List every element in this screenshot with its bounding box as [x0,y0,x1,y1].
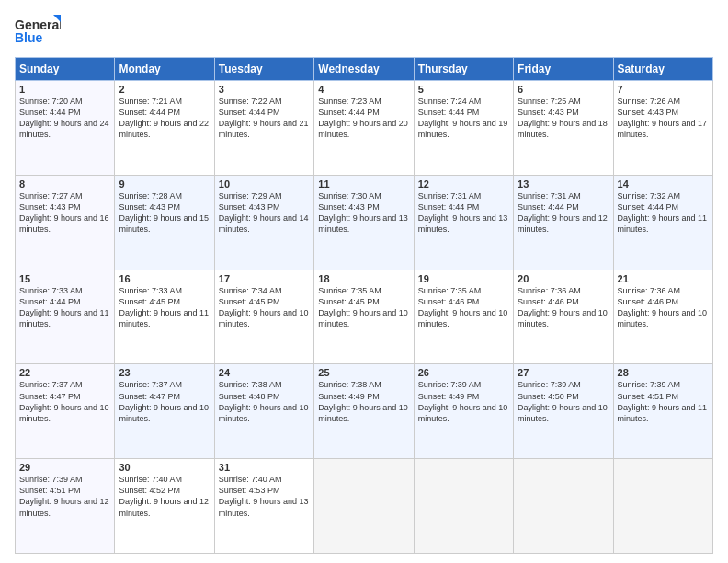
week-row-5: 29 Sunrise: 7:39 AMSunset: 4:51 PMDaylig… [16,459,713,554]
calendar-cell: 8 Sunrise: 7:27 AMSunset: 4:43 PMDayligh… [16,175,115,270]
calendar-cell: 28 Sunrise: 7:39 AMSunset: 4:51 PMDaylig… [613,364,712,459]
cell-day-number: 4 [318,84,409,95]
cell-day-number: 5 [418,84,509,95]
logo: General Blue [15,15,61,48]
calendar-cell: 22 Sunrise: 7:37 AMSunset: 4:47 PMDaylig… [16,364,115,459]
cell-day-number: 17 [219,273,310,284]
cell-info: Sunrise: 7:40 AMSunset: 4:53 PMDaylight:… [219,474,310,519]
cell-info: Sunrise: 7:27 AMSunset: 4:43 PMDaylight:… [19,190,110,236]
calendar-cell: 31 Sunrise: 7:40 AMSunset: 4:53 PMDaylig… [214,459,313,554]
cell-info: Sunrise: 7:38 AMSunset: 4:49 PMDaylight:… [318,379,409,424]
week-row-3: 15 Sunrise: 7:33 AMSunset: 4:44 PMDaylig… [16,270,713,364]
column-header-sunday: Sunday [16,58,115,81]
cell-info: Sunrise: 7:39 AMSunset: 4:51 PMDaylight:… [19,474,110,519]
column-header-wednesday: Wednesday [314,58,414,81]
calendar-cell: 11 Sunrise: 7:30 AMSunset: 4:43 PMDaylig… [314,175,414,270]
calendar-cell: 18 Sunrise: 7:35 AMSunset: 4:45 PMDaylig… [314,270,414,364]
week-row-4: 22 Sunrise: 7:37 AMSunset: 4:47 PMDaylig… [16,364,713,459]
cell-day-number: 2 [119,84,210,95]
cell-day-number: 1 [19,84,110,95]
calendar-cell: 15 Sunrise: 7:33 AMSunset: 4:44 PMDaylig… [16,270,115,364]
cell-day-number: 20 [518,273,609,284]
cell-info: Sunrise: 7:30 AMSunset: 4:43 PMDaylight:… [318,190,409,236]
calendar-cell: 1 Sunrise: 7:20 AMSunset: 4:44 PMDayligh… [16,81,115,176]
cell-day-number: 24 [219,367,310,378]
cell-day-number: 30 [119,462,210,473]
calendar: SundayMondayTuesdayWednesdayThursdayFrid… [15,57,713,554]
cell-info: Sunrise: 7:36 AMSunset: 4:46 PMDaylight:… [518,285,609,330]
cell-day-number: 29 [19,462,110,473]
column-header-monday: Monday [115,58,214,81]
cell-day-number: 23 [119,367,210,378]
cell-day-number: 14 [618,178,709,190]
page: General Blue SundayMondayTuesdayWednesda… [0,0,728,563]
cell-info: Sunrise: 7:31 AMSunset: 4:44 PMDaylight:… [518,190,609,236]
calendar-cell: 10 Sunrise: 7:29 AMSunset: 4:43 PMDaylig… [214,175,313,270]
cell-info: Sunrise: 7:37 AMSunset: 4:47 PMDaylight:… [19,379,110,424]
cell-day-number: 13 [518,178,609,190]
calendar-cell: 29 Sunrise: 7:39 AMSunset: 4:51 PMDaylig… [16,459,115,554]
cell-day-number: 18 [318,273,409,284]
cell-info: Sunrise: 7:26 AMSunset: 4:43 PMDaylight:… [618,96,709,141]
calendar-cell: 26 Sunrise: 7:39 AMSunset: 4:49 PMDaylig… [414,364,513,459]
calendar-cell: 5 Sunrise: 7:24 AMSunset: 4:44 PMDayligh… [414,81,513,176]
cell-day-number: 25 [318,367,409,378]
calendar-cell: 2 Sunrise: 7:21 AMSunset: 4:44 PMDayligh… [115,81,214,176]
cell-info: Sunrise: 7:39 AMSunset: 4:50 PMDaylight:… [518,379,609,424]
cell-day-number: 26 [418,367,509,378]
cell-info: Sunrise: 7:37 AMSunset: 4:47 PMDaylight:… [119,379,210,424]
cell-info: Sunrise: 7:34 AMSunset: 4:45 PMDaylight:… [219,285,310,330]
calendar-body: 1 Sunrise: 7:20 AMSunset: 4:44 PMDayligh… [16,81,713,554]
calendar-cell: 13 Sunrise: 7:31 AMSunset: 4:44 PMDaylig… [514,175,613,270]
cell-day-number: 11 [318,178,409,190]
cell-info: Sunrise: 7:38 AMSunset: 4:48 PMDaylight:… [219,379,310,424]
cell-info: Sunrise: 7:20 AMSunset: 4:44 PMDaylight:… [19,96,110,141]
week-row-1: 1 Sunrise: 7:20 AMSunset: 4:44 PMDayligh… [16,81,713,176]
cell-info: Sunrise: 7:29 AMSunset: 4:43 PMDaylight:… [219,190,310,236]
cell-info: Sunrise: 7:22 AMSunset: 4:44 PMDaylight:… [219,96,310,141]
cell-day-number: 7 [618,84,709,95]
column-header-tuesday: Tuesday [214,58,313,81]
cell-day-number: 6 [518,84,609,95]
column-headers-row: SundayMondayTuesdayWednesdayThursdayFrid… [16,58,713,81]
column-header-thursday: Thursday [414,58,513,81]
logo-svg: General Blue [15,15,61,48]
cell-info: Sunrise: 7:28 AMSunset: 4:43 PMDaylight:… [119,190,210,236]
cell-day-number: 22 [19,367,110,378]
cell-info: Sunrise: 7:40 AMSunset: 4:52 PMDaylight:… [119,474,210,519]
cell-day-number: 12 [418,178,509,190]
cell-day-number: 15 [19,273,110,284]
calendar-cell: 25 Sunrise: 7:38 AMSunset: 4:49 PMDaylig… [314,364,414,459]
cell-day-number: 19 [418,273,509,284]
calendar-cell: 30 Sunrise: 7:40 AMSunset: 4:52 PMDaylig… [115,459,214,554]
column-header-friday: Friday [514,58,613,81]
cell-info: Sunrise: 7:39 AMSunset: 4:51 PMDaylight:… [618,379,709,424]
cell-info: Sunrise: 7:36 AMSunset: 4:46 PMDaylight:… [618,285,709,330]
calendar-cell [414,459,513,554]
calendar-cell: 7 Sunrise: 7:26 AMSunset: 4:43 PMDayligh… [613,81,712,176]
cell-day-number: 8 [19,178,110,190]
calendar-cell [314,459,414,554]
calendar-cell: 4 Sunrise: 7:23 AMSunset: 4:44 PMDayligh… [314,81,414,176]
cell-info: Sunrise: 7:24 AMSunset: 4:44 PMDaylight:… [418,96,509,141]
cell-info: Sunrise: 7:33 AMSunset: 4:45 PMDaylight:… [119,285,210,330]
cell-day-number: 21 [618,273,709,284]
header: General Blue [15,15,713,48]
cell-day-number: 31 [219,462,310,473]
cell-info: Sunrise: 7:33 AMSunset: 4:44 PMDaylight:… [19,285,110,330]
calendar-cell: 12 Sunrise: 7:31 AMSunset: 4:44 PMDaylig… [414,175,513,270]
column-header-saturday: Saturday [613,58,712,81]
cell-info: Sunrise: 7:21 AMSunset: 4:44 PMDaylight:… [119,96,210,141]
calendar-cell: 24 Sunrise: 7:38 AMSunset: 4:48 PMDaylig… [214,364,313,459]
cell-day-number: 10 [219,178,310,190]
cell-info: Sunrise: 7:39 AMSunset: 4:49 PMDaylight:… [418,379,509,424]
cell-info: Sunrise: 7:31 AMSunset: 4:44 PMDaylight:… [418,190,509,236]
calendar-cell [514,459,613,554]
cell-info: Sunrise: 7:32 AMSunset: 4:44 PMDaylight:… [618,190,709,236]
cell-info: Sunrise: 7:35 AMSunset: 4:45 PMDaylight:… [318,285,409,330]
cell-info: Sunrise: 7:25 AMSunset: 4:43 PMDaylight:… [518,96,609,141]
calendar-cell: 19 Sunrise: 7:35 AMSunset: 4:46 PMDaylig… [414,270,513,364]
cell-day-number: 28 [618,367,709,378]
calendar-cell: 23 Sunrise: 7:37 AMSunset: 4:47 PMDaylig… [115,364,214,459]
logo-blue-text: Blue [15,30,43,45]
